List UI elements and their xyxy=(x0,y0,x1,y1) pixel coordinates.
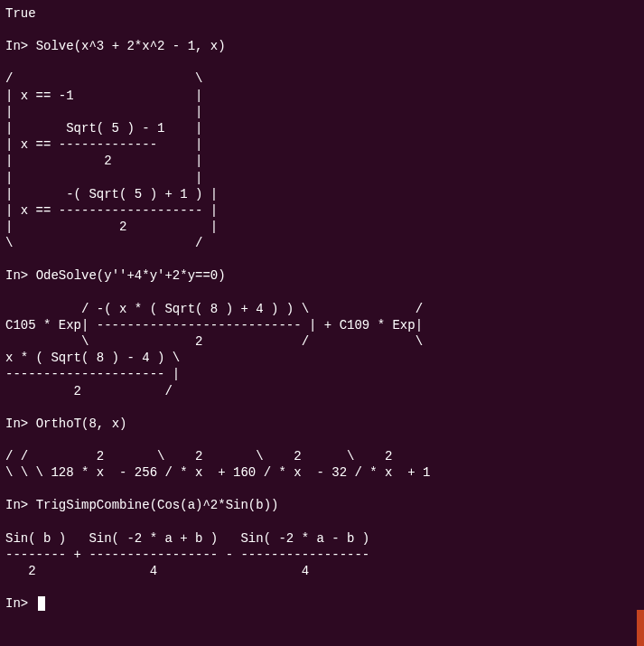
output-line: 2 4 4 xyxy=(5,563,639,579)
prompt: In> xyxy=(5,595,28,612)
spacer xyxy=(5,432,639,448)
output-line: | x == ------------- | xyxy=(5,136,639,153)
command-input: OrthoT(8, x) xyxy=(36,417,127,431)
output-line: | x == -1 | xyxy=(5,88,639,104)
output-line: \ / xyxy=(5,235,639,251)
prompt: In> xyxy=(5,498,28,512)
active-prompt-line[interactable]: In> xyxy=(5,595,639,612)
command-input: TrigSimpCombine(Cos(a)^2*Sin(b)) xyxy=(36,498,279,512)
output-line: 2 / xyxy=(5,383,639,399)
output-line: / / 2 \ 2 \ 2 \ 2 xyxy=(5,448,639,464)
command-line-1: In> Solve(x^3 + 2*x^2 - 1, x) xyxy=(5,38,639,54)
output-block-3: / / 2 \ 2 \ 2 \ 2 \ \ \ 128 * x - 256 / … xyxy=(5,448,639,481)
prompt-space xyxy=(28,595,35,612)
spacer xyxy=(5,579,639,595)
output-line: | -( Sqrt( 5 ) + 1 ) | xyxy=(5,186,639,202)
output-line: Sin( b ) Sin( -2 * a + b ) Sin( -2 * a -… xyxy=(5,530,639,547)
output-line: / \ xyxy=(5,70,639,87)
prompt: In> xyxy=(5,417,28,431)
output-line: | | xyxy=(5,170,639,186)
output-line: | | xyxy=(5,104,639,120)
prompt: In> xyxy=(5,268,28,283)
output-line: \ 2 / \ xyxy=(5,333,639,350)
command-line-4: In> TrigSimpCombine(Cos(a)^2*Sin(b)) xyxy=(5,497,639,513)
output-line: -------- + ----------------- - ---------… xyxy=(5,547,639,563)
spacer xyxy=(5,251,639,267)
spacer xyxy=(5,54,639,70)
output-line: C105 * Exp| --------------------------- … xyxy=(5,317,639,333)
output-line: x * ( Sqrt( 8 ) - 4 ) \ xyxy=(5,350,639,366)
command-input: OdeSolve(y''+4*y'+2*y==0) xyxy=(36,268,226,283)
output-line: | x == ------------------- | xyxy=(5,202,639,219)
spacer xyxy=(5,481,639,497)
spacer xyxy=(5,22,639,38)
output-block-2: / -( x * ( Sqrt( 8 ) + 4 ) ) \ / C105 * … xyxy=(5,301,639,399)
output-line: | 2 | xyxy=(5,219,639,235)
command-line-2: In> OdeSolve(y''+4*y'+2*y==0) xyxy=(5,267,639,284)
spacer xyxy=(5,399,639,416)
scrollbar-handle[interactable] xyxy=(637,610,644,646)
command-input: Solve(x^3 + 2*x^2 - 1, x) xyxy=(36,39,226,53)
output-line: | Sqrt( 5 ) - 1 | xyxy=(5,120,639,136)
output-line: --------------------- | xyxy=(5,366,639,382)
command-line-3: In> OrthoT(8, x) xyxy=(5,416,639,432)
output-line: / -( x * ( Sqrt( 8 ) + 4 ) ) \ / xyxy=(5,301,639,317)
output-block-1: / \ | x == -1 | | | | Sqrt( 5 ) - 1 | | … xyxy=(5,70,639,251)
output-block-4: Sin( b ) Sin( -2 * a + b ) Sin( -2 * a -… xyxy=(5,530,639,580)
terminal-cursor[interactable] xyxy=(38,596,45,611)
output-line: \ \ \ 128 * x - 256 / * x + 160 / * x - … xyxy=(5,464,639,481)
output-line: | 2 | xyxy=(5,153,639,169)
prompt: In> xyxy=(5,39,28,53)
prev-output: True xyxy=(5,5,639,22)
spacer xyxy=(5,514,639,530)
spacer xyxy=(5,285,639,301)
